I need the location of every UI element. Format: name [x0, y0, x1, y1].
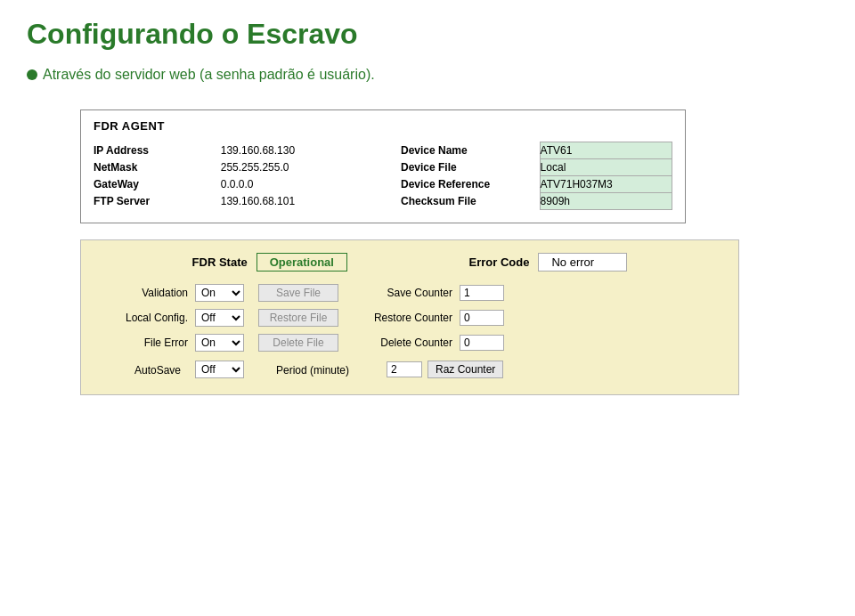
ctrl-button[interactable]: Save File [258, 284, 338, 302]
counter-value: 0 [460, 335, 504, 351]
info-row: GateWay 0.0.0.0 [94, 176, 383, 193]
fdr-agent-right-table: Device Name ATV61 Device File Local Devi… [383, 142, 672, 210]
page-title: Configurando o Escravo [27, 18, 828, 51]
fdr-agent-box: FDR AGENT IP Address 139.160.68.130 NetM… [80, 109, 686, 223]
error-code-label: Error Code [469, 255, 530, 269]
ctrl-select[interactable]: OnOff [195, 334, 244, 352]
fdr-agent-title: FDR AGENT [94, 119, 672, 133]
info-label: FTP Server [94, 193, 221, 210]
info-label: Device Reference [383, 176, 540, 193]
autosave-label: AutoSave [134, 364, 188, 377]
period-input[interactable] [387, 361, 422, 377]
counter-label: Delete Counter [353, 336, 460, 349]
period-label: Period (minute) [276, 364, 349, 377]
status-top-row: FDR State Operational Error Code No erro… [97, 253, 722, 272]
info-label: IP Address [94, 142, 221, 158]
status-section: FDR State Operational Error Code No erro… [80, 239, 739, 395]
bullet-icon [27, 69, 37, 80]
info-value: 255.255.255.0 [221, 158, 383, 175]
error-code-value: No error [538, 253, 627, 272]
fdr-state-field: FDR State Operational [192, 253, 347, 272]
fdr-agent-left-table: IP Address 139.160.68.130 NetMask 255.25… [94, 142, 383, 210]
info-value: ATV71H037M3 [540, 176, 672, 193]
subtitle-text: Através do servidor web (a senha padrão … [43, 67, 375, 83]
info-value: 139.160.68.130 [221, 142, 383, 158]
info-value: 0.0.0.0 [221, 176, 383, 193]
info-row: IP Address 139.160.68.130 [94, 142, 383, 158]
info-label: Device Name [383, 142, 540, 159]
info-value: Local [540, 159, 672, 176]
ctrl-button[interactable]: Delete File [258, 334, 338, 352]
counter-label: Save Counter [353, 287, 460, 299]
fdr-state-value: Operational [256, 253, 347, 272]
ctrl-select[interactable]: OnOff [195, 309, 244, 327]
info-row: Device Reference ATV71H037M3 [383, 176, 672, 193]
info-label: GateWay [94, 176, 221, 193]
info-row: Checksum File 8909h [383, 193, 672, 210]
info-label: Checksum File [383, 193, 540, 210]
control-row: ValidationOnOffSave FileSave Counter1 [97, 284, 722, 302]
autosave-row: AutoSave OnOff Period (minute) Raz Count… [97, 361, 722, 378]
control-row: Local Config.OnOffRestore FileRestore Co… [97, 309, 722, 327]
raz-counter-button[interactable]: Raz Counter [428, 361, 503, 378]
ctrl-button[interactable]: Restore File [258, 309, 338, 327]
ctrl-label: Validation [97, 287, 195, 299]
info-value: ATV61 [540, 142, 672, 159]
ctrl-select[interactable]: OnOff [195, 284, 244, 302]
fdr-agent-info-grid: IP Address 139.160.68.130 NetMask 255.25… [94, 142, 672, 210]
info-value: 139.160.68.101 [221, 193, 383, 210]
info-row: Device Name ATV61 [383, 142, 672, 159]
fdr-state-label: FDR State [192, 255, 248, 269]
subtitle-row: Através do servidor web (a senha padrão … [27, 67, 828, 83]
autosave-select[interactable]: OnOff [195, 361, 244, 378]
info-value: 8909h [540, 193, 672, 210]
controls-container: ValidationOnOffSave FileSave Counter1Loc… [97, 284, 722, 352]
control-row: File ErrorOnOffDelete FileDelete Counter… [97, 334, 722, 352]
counter-value: 0 [460, 310, 504, 326]
info-label: Device File [383, 159, 540, 176]
ctrl-label: File Error [97, 336, 195, 349]
info-row: NetMask 255.255.255.0 [94, 158, 383, 175]
info-row: FTP Server 139.160.68.101 [94, 193, 383, 210]
info-row: Device File Local [383, 159, 672, 176]
counter-value: 1 [460, 285, 504, 301]
counter-label: Restore Counter [353, 312, 460, 324]
info-label: NetMask [94, 158, 221, 175]
error-code-field: Error Code No error [469, 253, 628, 272]
ctrl-label: Local Config. [97, 312, 195, 324]
